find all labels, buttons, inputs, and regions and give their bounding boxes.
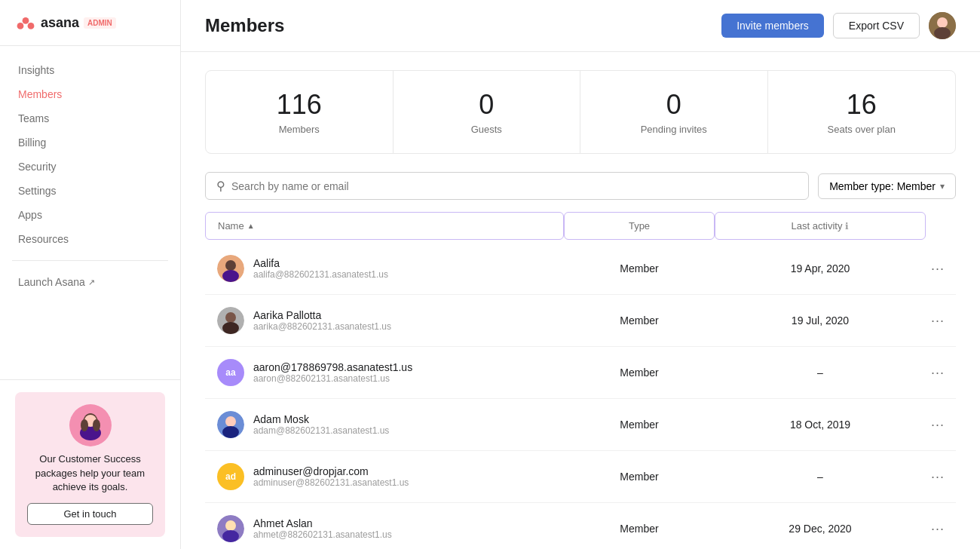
avatar bbox=[217, 411, 244, 438]
member-last-activity: – bbox=[715, 471, 926, 483]
stat-guests: 0 Guests bbox=[394, 71, 581, 153]
svg-point-10 bbox=[937, 17, 948, 28]
svg-point-23 bbox=[222, 530, 239, 542]
stat-guests-label: Guests bbox=[412, 124, 562, 135]
member-type: Member bbox=[564, 262, 715, 274]
avatar: aa bbox=[217, 359, 244, 386]
sidebar-item-apps[interactable]: Apps bbox=[0, 203, 180, 227]
member-email: adminuser@882602131.asanatest1.us bbox=[253, 477, 409, 488]
member-type: Member bbox=[564, 419, 715, 431]
svg-point-8 bbox=[93, 419, 100, 431]
svg-point-19 bbox=[225, 416, 236, 427]
sidebar: asana ADMIN Insights Members Teams Billi… bbox=[0, 0, 181, 549]
svg-point-20 bbox=[222, 426, 239, 438]
main-content: 116 Members 0 Guests 0 Pending invites 1… bbox=[181, 52, 980, 549]
sidebar-item-billing[interactable]: Billing bbox=[0, 130, 180, 155]
stat-pending-label: Pending invites bbox=[599, 124, 749, 135]
member-actions-menu[interactable]: ··· bbox=[926, 469, 956, 485]
cs-text: Our Customer Success packages help your … bbox=[27, 452, 153, 494]
member-email: ahmet@882602131.asanatest1.us bbox=[253, 529, 392, 540]
avatar bbox=[217, 307, 244, 334]
sidebar-footer: Our Customer Success packages help your … bbox=[0, 379, 180, 549]
member-last-activity: – bbox=[715, 367, 926, 379]
svg-point-7 bbox=[81, 419, 88, 431]
svg-point-0 bbox=[23, 17, 29, 24]
svg-point-11 bbox=[934, 27, 951, 39]
sidebar-item-resources[interactable]: Resources bbox=[0, 227, 180, 251]
members-list: Aalifa aalifa@882602131.asanatest1.us Me… bbox=[205, 243, 956, 549]
member-email: aaron@882602131.asanatest1.us bbox=[253, 373, 412, 384]
svg-point-17 bbox=[222, 322, 239, 334]
member-info: Aalifa aalifa@882602131.asanatest1.us bbox=[205, 246, 564, 291]
customer-success-card: Our Customer Success packages help your … bbox=[15, 392, 165, 537]
sidebar-item-teams[interactable]: Teams bbox=[0, 106, 180, 130]
logo-text: asana bbox=[41, 15, 79, 31]
avatar bbox=[217, 255, 244, 282]
sidebar-item-insights[interactable]: Insights bbox=[0, 58, 180, 82]
stat-guests-number: 0 bbox=[412, 89, 562, 121]
svg-point-1 bbox=[17, 23, 24, 29]
filter-label: Member type: Member bbox=[829, 180, 936, 192]
member-name-col: Aarika Pallotta aarika@882602131.asanate… bbox=[253, 309, 391, 332]
sidebar-item-settings[interactable]: Settings bbox=[0, 179, 180, 203]
user-avatar[interactable] bbox=[929, 12, 956, 39]
sidebar-item-label-billing: Billing bbox=[18, 136, 46, 149]
search-box[interactable]: ⚲ bbox=[205, 172, 809, 200]
sidebar-header: asana ADMIN bbox=[0, 0, 180, 46]
member-email: adam@882602131.asanatest1.us bbox=[253, 425, 389, 436]
member-name: Aalifa bbox=[253, 257, 388, 269]
stat-members: 116 Members bbox=[206, 71, 394, 153]
th-name[interactable]: Name ▲ bbox=[205, 212, 564, 240]
svg-point-16 bbox=[225, 312, 236, 323]
sidebar-item-label-apps: Apps bbox=[18, 209, 42, 221]
invite-members-button[interactable]: Invite members bbox=[721, 14, 824, 38]
stat-pending-invites: 0 Pending invites bbox=[580, 71, 768, 153]
nav-divider bbox=[12, 260, 168, 261]
cs-avatar-illustration bbox=[69, 404, 112, 446]
search-icon: ⚲ bbox=[216, 179, 225, 193]
search-filter-row: ⚲ Member type: Member ▾ bbox=[205, 172, 956, 200]
member-last-activity: 18 Oct, 2019 bbox=[715, 419, 926, 431]
table-row: Adam Mosk adam@882602131.asanatest1.us M… bbox=[205, 399, 956, 451]
svg-point-2 bbox=[28, 23, 35, 29]
member-name: Adam Mosk bbox=[253, 413, 389, 425]
member-type-filter[interactable]: Member type: Member ▾ bbox=[818, 173, 956, 199]
table-row: Ahmet Aslan ahmet@882602131.asanatest1.u… bbox=[205, 503, 956, 549]
sidebar-item-label-security: Security bbox=[18, 161, 57, 173]
member-info: ad adminuser@dropjar.com adminuser@88260… bbox=[205, 454, 564, 499]
th-last-activity[interactable]: Last activity ℹ bbox=[715, 212, 926, 240]
external-link-icon: ↗ bbox=[88, 278, 95, 287]
sidebar-item-security[interactable]: Security bbox=[0, 155, 180, 179]
table-row: Aarika Pallotta aarika@882602131.asanate… bbox=[205, 295, 956, 347]
search-input[interactable] bbox=[231, 180, 798, 192]
sidebar-item-launch-asana[interactable]: Launch Asana ↗ bbox=[0, 270, 180, 294]
stat-members-label: Members bbox=[224, 124, 375, 135]
member-actions-menu[interactable]: ··· bbox=[926, 313, 956, 329]
member-actions-menu[interactable]: ··· bbox=[926, 261, 956, 277]
sidebar-item-label-teams: Teams bbox=[18, 112, 49, 124]
sidebar-item-members[interactable]: Members bbox=[0, 82, 180, 106]
member-last-activity: 29 Dec, 2020 bbox=[715, 523, 926, 535]
stat-seats-label: Seats over plan bbox=[786, 124, 938, 135]
export-csv-button[interactable]: Export CSV bbox=[833, 13, 920, 38]
chevron-down-icon: ▾ bbox=[940, 181, 945, 192]
sidebar-item-label-insights: Insights bbox=[18, 64, 54, 76]
launch-asana-label: Launch Asana ↗ bbox=[18, 276, 95, 288]
member-name: Aarika Pallotta bbox=[253, 309, 391, 321]
member-name-col: Aalifa aalifa@882602131.asanatest1.us bbox=[253, 257, 388, 280]
asana-logo-icon bbox=[15, 12, 36, 33]
svg-point-13 bbox=[225, 260, 236, 271]
member-name: Ahmet Aslan bbox=[253, 517, 392, 529]
main-area: Members Invite members Export CSV 116 bbox=[181, 0, 980, 549]
table-row: ad adminuser@dropjar.com adminuser@88260… bbox=[205, 451, 956, 503]
member-email: aarika@882602131.asanatest1.us bbox=[253, 321, 391, 332]
member-actions-menu[interactable]: ··· bbox=[926, 417, 956, 433]
sidebar-nav: Insights Members Teams Billing Security … bbox=[0, 46, 180, 379]
sidebar-item-label-settings: Settings bbox=[18, 185, 57, 197]
header-actions: Invite members Export CSV bbox=[721, 12, 956, 39]
get-in-touch-button[interactable]: Get in touch bbox=[27, 503, 153, 525]
member-actions-menu[interactable]: ··· bbox=[926, 521, 956, 537]
member-info: Ahmet Aslan ahmet@882602131.asanatest1.u… bbox=[205, 506, 564, 549]
th-type[interactable]: Type bbox=[564, 212, 715, 240]
member-actions-menu[interactable]: ··· bbox=[926, 365, 956, 381]
